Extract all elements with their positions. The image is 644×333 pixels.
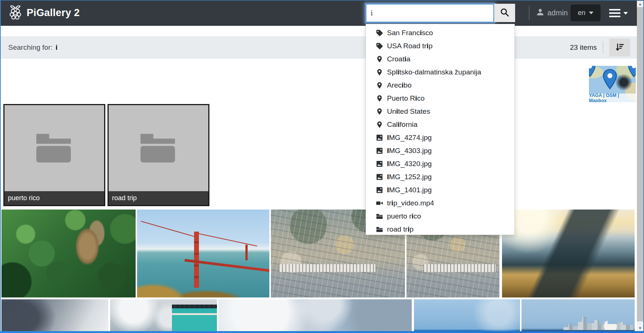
skyline-silhouette xyxy=(563,316,634,330)
suggestion-item[interactable]: IMG_4303.jpg xyxy=(366,144,514,157)
scroll-up-button[interactable]: ▲ xyxy=(637,1,643,7)
pin-icon xyxy=(376,95,383,102)
user-icon xyxy=(536,7,545,18)
search-button[interactable] xyxy=(494,4,515,22)
suggestion-item[interactable]: San Francisco xyxy=(366,26,514,39)
window-border-left xyxy=(0,0,1,333)
photo-thumbnail-city-skyline[interactable] xyxy=(521,299,635,333)
folder-name: road trip xyxy=(109,191,208,205)
building xyxy=(172,305,217,333)
suggestion-item[interactable]: puerto rico xyxy=(366,210,514,223)
main-menu-button[interactable] xyxy=(607,6,626,20)
image-icon xyxy=(376,173,383,181)
search-suggestions-dropdown: San Francisco USA Road trip Croatia Spli… xyxy=(366,24,515,235)
image-icon xyxy=(376,160,383,168)
bridge-cable xyxy=(198,233,257,247)
folder-icon xyxy=(36,133,73,165)
searching-for-label: Searching for: xyxy=(8,43,52,52)
folder-name: puerto rico xyxy=(4,191,104,205)
folder-icon xyxy=(376,226,383,233)
suggestion-item[interactable]: California xyxy=(366,118,514,131)
suggestion-item[interactable]: United States xyxy=(366,105,514,118)
pigallery-window: PiGallery 2 admin en xyxy=(0,0,644,333)
suggestion-item[interactable]: IMG_1401.jpg xyxy=(366,183,514,196)
bridge-tower xyxy=(194,232,199,288)
folder-tile-road-trip[interactable]: road trip xyxy=(108,104,209,206)
image-icon xyxy=(376,147,383,155)
search-input[interactable] xyxy=(366,4,494,22)
folder-icon xyxy=(376,213,383,220)
suggestion-item[interactable]: road trip xyxy=(366,223,514,236)
image-icon xyxy=(376,134,383,141)
language-dropdown-button[interactable]: en xyxy=(571,4,601,21)
pin-icon xyxy=(376,55,383,63)
photo-thumbnail-storm-clouds[interactable] xyxy=(1,299,108,333)
search-status-bar: Searching for: i 23 items xyxy=(0,36,637,59)
map-marker-icon xyxy=(589,66,596,79)
photo-thumbnail-blue-sky-sea[interactable] xyxy=(414,299,520,333)
building-railing xyxy=(172,305,217,308)
navbar-divider xyxy=(529,6,529,20)
suggestion-item[interactable]: Splitsko-dalmatinska županija xyxy=(366,65,514,79)
search-icon xyxy=(500,7,510,18)
photo-thumbnail-cloudscape[interactable] xyxy=(218,299,412,333)
photo-thumbnail-mountain-sunset[interactable] xyxy=(502,210,635,297)
raspberry-pi-logo-icon xyxy=(7,4,23,22)
user-menu[interactable]: admin xyxy=(536,0,568,26)
photo-thumbnail-teal-building[interactable] xyxy=(110,299,217,333)
chevron-down-icon xyxy=(623,12,628,15)
suggestion-item[interactable]: IMG_4320.jpg xyxy=(366,157,514,170)
sort-button[interactable] xyxy=(609,39,630,56)
photo-thumbnail-golden-gate-bridge[interactable] xyxy=(137,210,269,297)
suggestion-item[interactable]: Arecibo xyxy=(366,79,514,92)
folder-tile-puerto-rico[interactable]: puerto rico xyxy=(3,104,105,206)
scrollbar[interactable]: ▲ ▼ xyxy=(637,1,643,331)
search-query-text: i xyxy=(55,43,57,52)
image-icon xyxy=(376,186,383,194)
scrollbar-thumb[interactable] xyxy=(637,7,643,321)
video-icon xyxy=(376,199,383,207)
suggestion-item[interactable]: Croatia xyxy=(366,52,514,65)
white-building xyxy=(279,264,375,272)
pin-icon xyxy=(376,82,383,89)
photo-thumbnail-squirrel[interactable] xyxy=(1,210,136,297)
folder-icon xyxy=(140,133,177,165)
pin-icon xyxy=(376,121,383,128)
sort-descending-icon xyxy=(615,42,625,53)
language-value: en xyxy=(578,9,585,17)
bridge-cable xyxy=(140,221,197,238)
map-marker-icon xyxy=(627,66,636,79)
pin-icon xyxy=(376,108,383,115)
top-navbar: PiGallery 2 admin en xyxy=(0,0,637,26)
suggestion-item[interactable]: Puerto Rico xyxy=(366,92,514,105)
hamburger-menu-icon xyxy=(609,9,620,17)
map-thumbnail[interactable]: YAGA | OSM | Mapbox xyxy=(589,66,636,102)
map-attribution-links[interactable]: YAGA | OSM | Mapbox xyxy=(589,94,636,102)
map-marker-icon xyxy=(602,69,618,91)
suggestion-item[interactable]: IMG_4274.jpg xyxy=(366,131,514,144)
suggestion-item[interactable]: IMG_1252.jpg xyxy=(366,170,514,183)
suggestion-item[interactable]: trip_video.mp4 xyxy=(366,196,514,210)
chevron-down-icon xyxy=(589,12,593,14)
white-building xyxy=(423,264,496,272)
window-border-top xyxy=(0,0,644,1)
suggestion-item[interactable]: USA Road trip xyxy=(366,39,514,52)
app-title: PiGallery 2 xyxy=(27,7,80,19)
item-count: 23 items xyxy=(570,43,597,52)
bridge-tower xyxy=(245,245,248,260)
brand-home-link[interactable]: PiGallery 2 xyxy=(7,0,80,26)
window-border-bottom xyxy=(0,331,644,333)
pin-icon xyxy=(376,68,383,76)
scroll-down-button[interactable]: ▼ xyxy=(637,325,643,331)
tag-icon xyxy=(376,42,383,50)
user-name: admin xyxy=(547,9,568,17)
tag-icon xyxy=(376,29,383,37)
status-divider xyxy=(603,41,603,54)
